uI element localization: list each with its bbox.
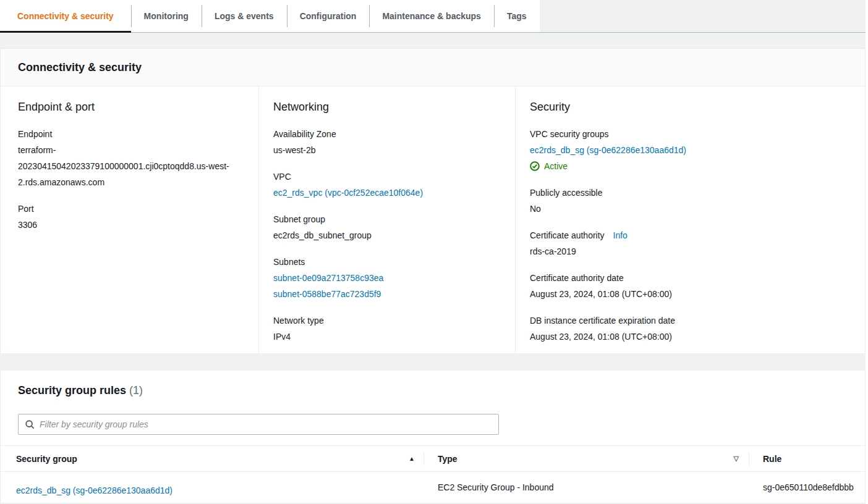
column-heading: Security bbox=[530, 99, 850, 115]
column-header-rule[interactable]: Rule bbox=[749, 446, 865, 471]
rds-instance-detail-page: Connectivity & security Monitoring Logs … bbox=[0, 0, 866, 504]
field-label: Availability Zone bbox=[273, 126, 500, 142]
column-header-type[interactable]: Type ▽ bbox=[423, 446, 749, 471]
tab-label: Connectivity & security bbox=[17, 11, 114, 21]
field-label: Endpoint bbox=[18, 126, 244, 142]
rules-panel-title: Security group rules (1) bbox=[18, 382, 848, 398]
search-icon bbox=[25, 420, 35, 429]
sort-ascending-icon[interactable]: ▲ bbox=[409, 455, 415, 462]
field-certificate-expiration-date: DB instance certificate expiration date … bbox=[530, 313, 850, 345]
field-availability-zone: Availability Zone us-west-2b bbox=[273, 126, 500, 158]
tab-logs-events[interactable]: Logs & events bbox=[202, 0, 287, 32]
filter-input[interactable] bbox=[40, 419, 491, 429]
tab-configuration[interactable]: Configuration bbox=[287, 0, 370, 32]
tab-label: Logs & events bbox=[215, 11, 274, 21]
security-group-link[interactable]: ec2rds_db_sg (sg-0e62286e130aa6d1d) bbox=[530, 142, 850, 158]
tab-label: Tags bbox=[507, 11, 527, 21]
field-label: Network type bbox=[273, 313, 500, 329]
field-port: Port 3306 bbox=[18, 201, 244, 233]
security-group-status: Active bbox=[530, 158, 850, 174]
column-header-label: Rule bbox=[763, 454, 781, 464]
panel-columns: Endpoint & port Endpoint terraform-20230… bbox=[1, 86, 865, 353]
tab-maintenance-backups[interactable]: Maintenance & backups bbox=[369, 0, 494, 32]
tab-monitoring[interactable]: Monitoring bbox=[131, 0, 202, 32]
field-label: VPC bbox=[273, 169, 500, 185]
cell-security-group: ec2rds_db_sg (sg-0e62286e130aa6d1d) bbox=[1, 482, 423, 503]
field-label: Subnets bbox=[273, 254, 500, 270]
field-label: Certificate authority Info bbox=[530, 227, 850, 243]
tab-label: Monitoring bbox=[144, 11, 189, 21]
field-label: Certificate authority date bbox=[530, 270, 850, 286]
certificate-authority-date-value: August 23, 2024, 01:08 (UTC+08:00) bbox=[530, 286, 850, 302]
field-endpoint: Endpoint terraform-202304150420233791000… bbox=[18, 126, 244, 190]
column-header-security-group[interactable]: Security group ▲ bbox=[1, 446, 423, 471]
table-row: ec2rds_db_sg (sg-0e62286e130aa6d1d) EC2 … bbox=[1, 472, 865, 503]
field-network-type: Network type IPv4 bbox=[273, 313, 500, 345]
panel-title: Connectivity & security bbox=[18, 59, 142, 75]
security-group-rules-panel: Security group rules (1) Security group … bbox=[0, 370, 866, 503]
info-link[interactable]: Info bbox=[613, 230, 628, 240]
cell-rule: sg-0e650110de8efdbbb bbox=[749, 482, 865, 503]
field-label: Port bbox=[18, 201, 244, 217]
field-vpc: VPC ec2_rds_vpc (vpc-0cf252ecae10f064e) bbox=[273, 169, 500, 201]
filter-input-container[interactable] bbox=[18, 414, 499, 435]
availability-zone-value: us-west-2b bbox=[273, 142, 500, 158]
column-header-label: Security group bbox=[16, 454, 77, 464]
field-label-text: Certificate authority bbox=[530, 230, 605, 240]
subnet-link[interactable]: subnet-0588be77ac723d5f9 bbox=[273, 286, 500, 302]
field-vpc-security-groups: VPC security groups ec2rds_db_sg (sg-0e6… bbox=[530, 126, 850, 174]
rules-count-badge: (1) bbox=[129, 384, 143, 397]
status-active-text: Active bbox=[544, 161, 568, 171]
field-label: DB instance certificate expiration date bbox=[530, 313, 850, 329]
field-subnets: Subnets subnet-0e09a2713758c93ea subnet-… bbox=[273, 254, 500, 302]
port-value: 3306 bbox=[18, 217, 244, 233]
field-certificate-authority: Certificate authority Info rds-ca-2019 bbox=[530, 227, 850, 259]
column-header-label: Type bbox=[438, 454, 457, 464]
subnet-group-value: ec2rds_db_subnet_group bbox=[273, 227, 500, 243]
tab-tags[interactable]: Tags bbox=[494, 0, 540, 32]
check-circle-icon bbox=[530, 161, 540, 171]
subnet-link[interactable]: subnet-0e09a2713758c93ea bbox=[273, 270, 500, 286]
column-heading: Networking bbox=[273, 99, 500, 115]
field-label: Publicly accessible bbox=[530, 185, 850, 201]
network-type-value: IPv4 bbox=[273, 329, 500, 345]
detail-tabs: Connectivity & security Monitoring Logs … bbox=[0, 0, 866, 33]
row-security-group-link[interactable]: ec2rds_db_sg (sg-0e62286e130aa6d1d) bbox=[16, 485, 172, 495]
tab-label: Configuration bbox=[300, 11, 357, 21]
certificate-authority-value: rds-ca-2019 bbox=[530, 243, 850, 259]
security-column: Security VPC security groups ec2rds_db_s… bbox=[515, 86, 865, 353]
vpc-link[interactable]: ec2_rds_vpc (vpc-0cf252ecae10f064e) bbox=[273, 185, 500, 201]
cell-type: EC2 Security Group - Inbound bbox=[423, 482, 749, 503]
rules-panel-header: Security group rules (1) bbox=[1, 371, 865, 398]
publicly-accessible-value: No bbox=[530, 201, 850, 217]
field-label: VPC security groups bbox=[530, 126, 850, 142]
endpoint-port-column: Endpoint & port Endpoint terraform-20230… bbox=[1, 86, 258, 353]
field-publicly-accessible: Publicly accessible No bbox=[530, 185, 850, 217]
certificate-expiration-date-value: August 23, 2024, 01:08 (UTC+08:00) bbox=[530, 329, 850, 345]
field-label: Subnet group bbox=[273, 211, 500, 227]
sort-toggle-icon[interactable]: ▽ bbox=[734, 455, 739, 463]
rules-title-text: Security group rules bbox=[18, 384, 126, 397]
field-certificate-authority-date: Certificate authority date August 23, 20… bbox=[530, 270, 850, 302]
field-subnet-group: Subnet group ec2rds_db_subnet_group bbox=[273, 211, 500, 243]
tab-label: Maintenance & backups bbox=[382, 11, 481, 21]
table-header-row: Security group ▲ Type ▽ Rule bbox=[1, 445, 865, 472]
tab-connectivity-security[interactable]: Connectivity & security bbox=[0, 0, 131, 32]
panel-header: Connectivity & security bbox=[1, 49, 865, 86]
networking-column: Networking Availability Zone us-west-2b … bbox=[258, 86, 515, 353]
connectivity-security-panel: Connectivity & security Endpoint & port … bbox=[0, 48, 866, 354]
endpoint-value: terraform-20230415042023379100000001.cji… bbox=[18, 142, 244, 190]
column-heading: Endpoint & port bbox=[18, 99, 244, 115]
